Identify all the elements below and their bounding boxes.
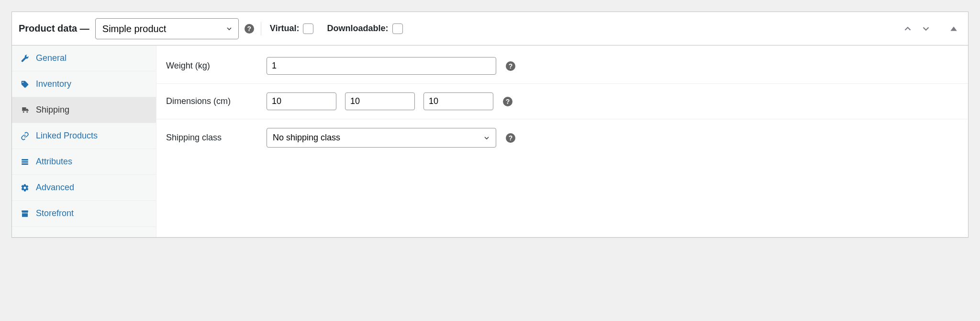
shipping-class-row: Shipping class No shipping class ? bbox=[156, 119, 968, 156]
tab-advanced[interactable]: Advanced bbox=[12, 175, 156, 201]
list-icon bbox=[21, 158, 30, 166]
width-input[interactable] bbox=[345, 92, 415, 110]
panel-handle-actions bbox=[900, 22, 961, 35]
panel-toggle-button[interactable] bbox=[946, 22, 961, 35]
panel-body: GeneralInventoryShippingLinked ProductsA… bbox=[12, 46, 968, 237]
product-data-panel: Product data — Simple product ? Virtual:… bbox=[11, 11, 969, 238]
svg-rect-3 bbox=[22, 161, 28, 162]
shipping-class-select-wrap: No shipping class bbox=[267, 128, 496, 148]
svg-rect-2 bbox=[22, 159, 28, 160]
shipping-class-label: Shipping class bbox=[166, 133, 257, 143]
tab-label: Storefront bbox=[36, 208, 74, 218]
tab-label: Linked Products bbox=[36, 131, 98, 141]
dimensions-label: Dimensions (cm) bbox=[166, 96, 257, 106]
virtual-label: Virtual: bbox=[270, 23, 300, 34]
panel-move-up-button[interactable] bbox=[900, 22, 915, 35]
tab-label: General bbox=[36, 53, 67, 63]
shipping-panel: Weight (kg) ? Dimensions (cm) ? Shipping… bbox=[156, 46, 968, 237]
help-icon[interactable]: ? bbox=[245, 24, 254, 34]
virtual-checkbox[interactable] bbox=[303, 23, 313, 34]
product-data-tabs: GeneralInventoryShippingLinked ProductsA… bbox=[12, 46, 156, 237]
length-input[interactable] bbox=[267, 92, 336, 110]
header-title-group: Product data — Simple product ? bbox=[19, 18, 254, 39]
height-input[interactable] bbox=[423, 92, 493, 110]
panel-title: Product data — bbox=[19, 23, 89, 34]
tag-icon bbox=[21, 80, 30, 89]
weight-input[interactable] bbox=[267, 57, 496, 75]
panel-move-down-button[interactable] bbox=[918, 22, 934, 35]
tab-label: Shipping bbox=[36, 105, 69, 115]
dimensions-row: Dimensions (cm) ? bbox=[156, 84, 968, 119]
downloadable-label: Downloadable: bbox=[327, 23, 388, 34]
product-type-options: Virtual: Downloadable: bbox=[270, 23, 403, 34]
weight-label: Weight (kg) bbox=[166, 61, 257, 71]
svg-rect-4 bbox=[22, 163, 28, 165]
downloadable-checkbox[interactable] bbox=[392, 23, 403, 34]
tab-shipping[interactable]: Shipping bbox=[12, 97, 156, 123]
link-icon bbox=[21, 132, 30, 140]
truck-icon bbox=[21, 106, 30, 115]
panel-header: Product data — Simple product ? Virtual:… bbox=[12, 12, 968, 46]
svg-point-0 bbox=[23, 111, 24, 113]
tab-label: Attributes bbox=[36, 157, 72, 167]
downloadable-option[interactable]: Downloadable: bbox=[327, 23, 402, 34]
tab-general[interactable]: General bbox=[12, 46, 156, 71]
shipping-class-select[interactable]: No shipping class bbox=[267, 128, 496, 148]
virtual-option[interactable]: Virtual: bbox=[270, 23, 314, 34]
help-icon[interactable]: ? bbox=[506, 61, 515, 71]
tab-label: Advanced bbox=[36, 183, 74, 193]
tab-attributes[interactable]: Attributes bbox=[12, 149, 156, 175]
help-icon[interactable]: ? bbox=[503, 97, 512, 106]
product-type-select-wrap: Simple product bbox=[95, 18, 239, 39]
header-divider bbox=[261, 22, 261, 35]
tab-storefront[interactable]: Storefront bbox=[12, 201, 156, 227]
tab-label: Inventory bbox=[36, 79, 71, 89]
gear-icon bbox=[21, 183, 30, 192]
wrench-icon bbox=[21, 54, 30, 63]
weight-row: Weight (kg) ? bbox=[156, 48, 968, 84]
svg-point-1 bbox=[26, 111, 28, 113]
product-type-select[interactable]: Simple product bbox=[95, 18, 239, 39]
tab-linked[interactable]: Linked Products bbox=[12, 123, 156, 149]
dimensions-input-group bbox=[267, 92, 493, 110]
store-icon bbox=[21, 209, 30, 218]
tab-inventory[interactable]: Inventory bbox=[12, 71, 156, 97]
help-icon[interactable]: ? bbox=[506, 133, 515, 143]
